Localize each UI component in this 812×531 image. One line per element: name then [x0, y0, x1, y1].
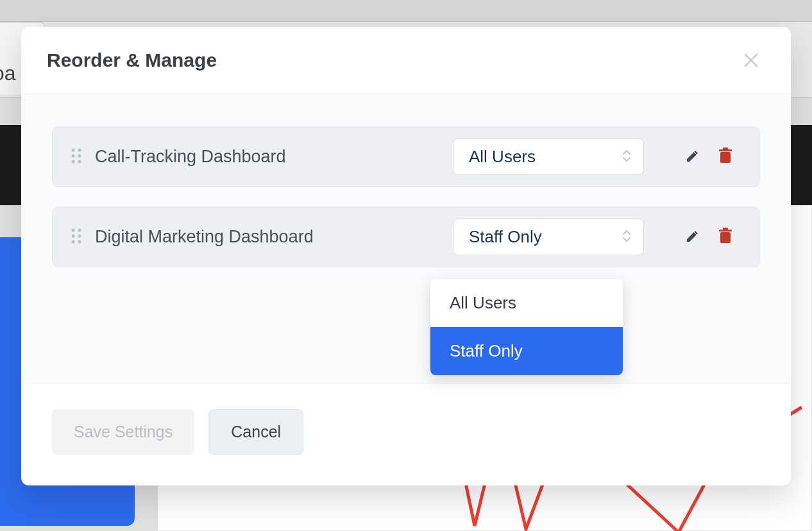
svg-point-6	[72, 160, 75, 163]
svg-point-3	[78, 148, 81, 151]
dashboard-label: Call-Tracking Dashboard	[95, 147, 453, 167]
svg-point-11	[72, 228, 75, 232]
dashboard-row[interactable]: Digital Marketing Dashboard Staff Only	[52, 206, 760, 267]
chevron-up-down-icon	[622, 228, 632, 246]
svg-point-4	[72, 154, 75, 157]
svg-point-15	[72, 240, 75, 243]
delete-button[interactable]	[718, 148, 732, 167]
pencil-icon	[685, 228, 700, 244]
drag-handle-icon[interactable]	[71, 148, 82, 167]
select-value: Staff Only	[469, 227, 542, 247]
svg-point-7	[78, 160, 81, 163]
svg-point-16	[78, 240, 81, 243]
svg-point-2	[72, 148, 75, 151]
svg-point-5	[78, 154, 81, 157]
dashboard-row[interactable]: Call-Tracking Dashboard All Users	[52, 126, 760, 187]
delete-button[interactable]	[718, 228, 732, 247]
dashboard-label: Digital Marketing Dashboard	[95, 227, 453, 247]
edit-button[interactable]	[685, 148, 700, 166]
drag-handle-icon[interactable]	[71, 228, 82, 247]
close-icon	[743, 53, 759, 68]
svg-point-12	[78, 228, 81, 232]
visibility-select[interactable]: Staff Only	[453, 219, 644, 255]
svg-point-14	[78, 234, 81, 237]
modal-footer: Save Settings Cancel	[21, 384, 791, 485]
save-settings-button[interactable]: Save Settings	[52, 409, 194, 455]
select-value: All Users	[469, 147, 536, 167]
dropdown-option-staff-only[interactable]: Staff Only	[430, 327, 623, 375]
modal-header: Reorder & Manage	[21, 27, 791, 94]
cancel-button[interactable]: Cancel	[208, 409, 303, 455]
close-button[interactable]	[743, 53, 759, 68]
svg-rect-19	[723, 228, 728, 230]
visibility-dropdown: All Users Staff Only	[430, 279, 623, 375]
reorder-manage-modal: Reorder & Manage	[21, 27, 791, 485]
svg-rect-10	[723, 148, 728, 150]
background-top-bar	[0, 0, 812, 21]
visibility-select[interactable]: All Users	[453, 139, 644, 175]
modal-body: Call-Tracking Dashboard All Users	[21, 94, 791, 384]
svg-rect-8	[720, 152, 731, 163]
modal-title: Reorder & Manage	[47, 49, 217, 71]
edit-button[interactable]	[685, 228, 700, 246]
svg-rect-17	[720, 232, 731, 243]
trash-icon	[718, 148, 732, 164]
svg-point-13	[72, 234, 75, 237]
dropdown-option-all-users[interactable]: All Users	[430, 279, 623, 327]
trash-icon	[718, 228, 732, 244]
pencil-icon	[685, 148, 700, 164]
chevron-up-down-icon	[622, 148, 632, 166]
